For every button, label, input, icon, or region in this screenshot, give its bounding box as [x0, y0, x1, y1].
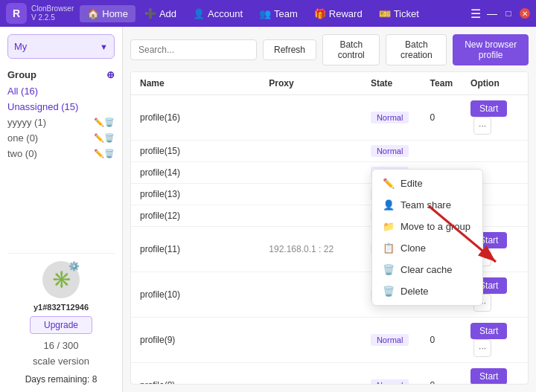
table-row: profile(16)Normal0Start··· — [131, 95, 528, 141]
content-area: Refresh Batch control Batch creation New… — [123, 27, 536, 392]
cell-profile-name: profile(11) — [131, 227, 260, 272]
cell-team: 0 — [421, 318, 462, 363]
context-menu-item[interactable]: 🗑️Delete — [372, 280, 482, 302]
menu-item-icon: 👤 — [383, 199, 395, 211]
nav-team[interactable]: 👥 Team — [252, 5, 305, 22]
reward-icon: 🎁 — [314, 8, 326, 19]
chevron-down-icon: ▼ — [100, 42, 108, 51]
days-remaining: Days remaining: 8 — [25, 374, 98, 385]
close-button[interactable]: ✕ — [520, 8, 530, 19]
cell-profile-name: profile(12) — [131, 205, 260, 227]
context-menu-item[interactable]: 📁Move to a group — [372, 216, 482, 237]
cell-profile-name: profile(14) — [131, 162, 260, 184]
menu-item-icon: 🗑️ — [383, 286, 395, 297]
cell-proxy — [260, 141, 362, 162]
more-options-button[interactable]: ··· — [473, 117, 491, 135]
state-badge: Normal — [371, 145, 409, 157]
cell-option — [462, 141, 528, 162]
minimize-button[interactable]: — — [487, 8, 497, 19]
table-row: profile(8)Normal0Start··· — [131, 363, 528, 385]
context-menu-item[interactable]: 👤Team share — [372, 194, 482, 216]
nav-team-label: Team — [274, 8, 298, 19]
cell-proxy — [260, 184, 362, 205]
cell-profile-name: profile(15) — [131, 141, 260, 162]
cell-option: Start··· — [462, 95, 528, 141]
my-button-label: My — [14, 41, 27, 52]
team-icon: 👥 — [259, 8, 271, 19]
menu-item-icon: 🗑️ — [383, 264, 395, 275]
nav-add[interactable]: ➕ Add — [137, 5, 184, 22]
cell-profile-name: profile(10) — [131, 272, 260, 318]
cell-proxy — [260, 95, 362, 141]
cell-team: 0 — [421, 363, 462, 385]
app-version: V 2.2.5 — [31, 13, 74, 22]
toolbar: Refresh Batch control Batch creation New… — [130, 34, 529, 65]
ticket-icon: 🎫 — [379, 8, 391, 19]
more-options-button[interactable]: ··· — [473, 339, 491, 357]
col-header-proxy: Proxy — [260, 72, 362, 95]
home-icon: 🏠 — [87, 8, 99, 19]
start-button[interactable]: Start — [470, 368, 507, 385]
context-menu-item[interactable]: ✏️Edite — [372, 173, 482, 194]
nav-home[interactable]: 🏠 Home — [80, 5, 135, 22]
start-button[interactable]: Start — [470, 323, 507, 339]
refresh-button[interactable]: Refresh — [263, 39, 316, 60]
cell-proxy — [260, 162, 362, 184]
nav-reward-label: Reward — [329, 8, 363, 19]
context-menu-item[interactable]: 📋Clone — [372, 237, 482, 259]
group-label: Group — [7, 69, 36, 80]
nav-home-label: Home — [102, 8, 128, 19]
window-controls: ☰ — □ ✕ — [470, 7, 530, 21]
group-item-one[interactable]: one (0) ✏️🗑️ — [7, 130, 115, 146]
group-actions: ✏️🗑️ — [94, 118, 115, 127]
add-icon: ➕ — [144, 8, 156, 19]
nav-account[interactable]: 👤 Account — [185, 5, 250, 22]
new-profile-button[interactable]: New browser profile — [453, 34, 529, 65]
cell-proxy — [260, 318, 362, 363]
col-header-option: Option — [462, 72, 528, 95]
context-menu: ✏️Edite👤Team share📁Move to a group📋Clone… — [371, 169, 483, 306]
group-item-yyyyy[interactable]: yyyyy (1) ✏️🗑️ — [7, 115, 115, 130]
cell-option: Start··· — [462, 318, 528, 363]
batch-creation-button[interactable]: Batch creation — [386, 34, 447, 65]
state-badge: Normal — [371, 112, 409, 123]
group-section: Group ⊕ All (16) Unassigned (15) yyyyy (… — [7, 66, 115, 161]
nav-ticket[interactable]: 🎫 Ticket — [371, 5, 427, 22]
batch-control-button[interactable]: Batch control — [322, 34, 380, 65]
menu-item-icon: 📋 — [383, 242, 395, 254]
col-header-state: State — [362, 72, 421, 95]
sidebar-profile: ✳️ ⚙️ y1#832T12946 Upgrade 16 / 300 scal… — [7, 253, 115, 385]
group-item-all[interactable]: All (16) — [7, 83, 115, 99]
col-header-name: Name — [131, 72, 260, 95]
cell-proxy: 192.168.0.1 : 22 — [260, 227, 362, 272]
menu-icon[interactable]: ☰ — [470, 7, 481, 21]
upgrade-button[interactable]: Upgrade — [30, 316, 92, 334]
account-icon: 👤 — [193, 8, 205, 19]
start-button[interactable]: Start — [470, 100, 507, 117]
context-menu-item[interactable]: 🗑️Clear cache — [372, 259, 482, 280]
cell-option: Start··· — [462, 363, 528, 385]
table-row: profile(9)Normal0Start··· — [131, 318, 528, 363]
cell-profile-name: profile(13) — [131, 184, 260, 205]
main-layout: My ▼ Group ⊕ All (16) Unassigned (15) yy… — [0, 27, 536, 392]
avatar: ✳️ ⚙️ — [42, 261, 80, 298]
profiles-table-container: Name Proxy State Team Option profile(16)… — [130, 71, 529, 385]
menu-item-label: Clone — [401, 242, 426, 254]
menu-item-label: Clear cache — [401, 264, 452, 275]
maximize-button[interactable]: □ — [503, 8, 514, 19]
group-actions-two: ✏️🗑️ — [94, 149, 115, 158]
table-header-row: Name Proxy State Team Option — [131, 72, 528, 95]
cell-profile-name: profile(9) — [131, 318, 260, 363]
gear-icon[interactable]: ⚙️ — [68, 261, 80, 271]
cell-team — [421, 141, 462, 162]
nav-reward[interactable]: 🎁 Reward — [307, 5, 370, 22]
my-button[interactable]: My ▼ — [7, 34, 115, 59]
cell-state: Normal — [362, 141, 421, 162]
group-item-two[interactable]: two (0) ✏️🗑️ — [7, 146, 115, 161]
cell-proxy — [260, 205, 362, 227]
group-item-unassigned[interactable]: Unassigned (15) — [7, 99, 115, 115]
search-input[interactable] — [130, 39, 257, 60]
cell-team: 0 — [421, 95, 462, 141]
group-add-icon[interactable]: ⊕ — [106, 69, 115, 80]
title-bar: R ClonBrowser V 2.2.5 🏠 Home ➕ Add 👤 Acc… — [0, 0, 536, 27]
